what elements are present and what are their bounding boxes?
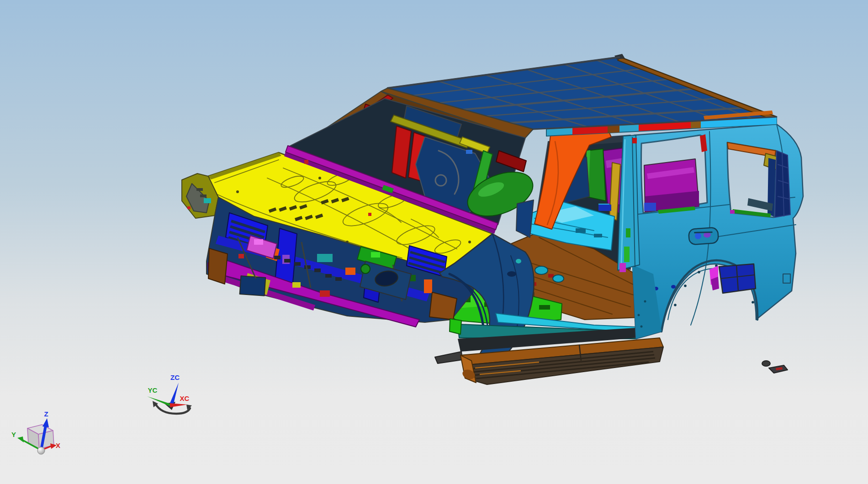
wcs-xc-label: XC	[180, 395, 190, 402]
view-triad-x-label: X	[56, 442, 60, 449]
view-triad-y-label: Y	[11, 431, 16, 438]
quarter-window-opening	[727, 142, 779, 217]
view-triad-z-label: Z	[44, 410, 48, 418]
rear-door-window-opening	[641, 134, 708, 214]
view-triad-origin-sphere[interactable]	[37, 447, 45, 454]
wcs-yc-label: YC	[148, 386, 158, 394]
d-pillar-inner[interactable]	[775, 151, 790, 217]
door-handle-recess[interactable]	[688, 227, 719, 245]
wcs-zc-label: ZC	[170, 374, 180, 381]
cad-viewport[interactable]: ZC YC XC Z Y X	[0, 0, 868, 484]
rear-wheelhouse-parts	[709, 264, 756, 293]
tow-hook-box	[240, 276, 266, 296]
